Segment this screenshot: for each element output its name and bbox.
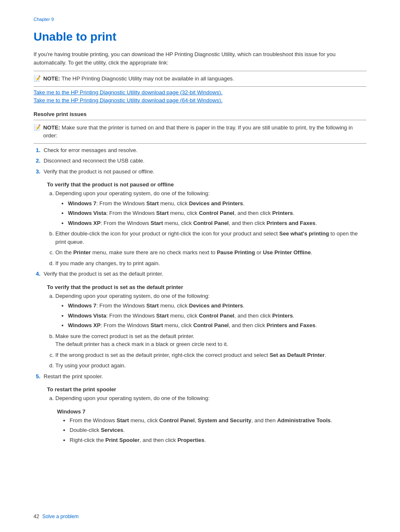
divider-1 <box>34 71 366 71</box>
verify-default-list: Depending upon your operating system, do… <box>55 292 366 370</box>
link-64bit[interactable]: Take me to the HP Printing Diagnostic Ut… <box>34 97 366 103</box>
resolve-section-heading: Resolve print issues <box>34 111 366 117</box>
verify-offline-heading: To verify that the product is not paused… <box>47 181 366 188</box>
note-prefix-1: NOTE: <box>43 75 60 82</box>
divider-2 <box>34 86 366 87</box>
restart-spooler-heading: To restart the print spooler <box>47 386 366 393</box>
step5-list: Restart the print spooler. <box>42 372 366 381</box>
winvista-item-1: Windows Vista: From the Windows Start me… <box>68 209 366 217</box>
verify-offline-step-d: If you made any changes, try to print ag… <box>55 259 366 268</box>
windows-list-1: Windows 7: From the Windows Start menu, … <box>68 199 366 227</box>
note-body-1: The HP Printing Diagnostic Utility may n… <box>60 75 234 82</box>
note-icon-1: 📝 <box>34 75 41 82</box>
note-box-1: 📝 NOTE: The HP Printing Diagnostic Utili… <box>34 75 366 83</box>
link-32bit[interactable]: Take me to the HP Printing Diagnostic Ut… <box>34 89 366 96</box>
verify-offline-step-c: On the Printer menu, make sure there are… <box>55 248 366 257</box>
chapter-label: Chapter 9 <box>34 17 366 22</box>
verify-offline-list: Depending upon your operating system, do… <box>55 189 366 267</box>
footer: 42 Solve a problem <box>34 514 78 519</box>
restart-spooler-list: Depending upon your operating system, do… <box>55 394 366 403</box>
note-text-2: NOTE: Make sure that the printer is turn… <box>43 124 366 140</box>
verify-default-heading: To verify that the product is set as the… <box>47 284 366 290</box>
note-text-1: NOTE: The HP Printing Diagnostic Utility… <box>43 75 234 83</box>
note2-body: Make sure that the printer is turned on … <box>43 124 353 139</box>
page-title: Unable to print <box>34 30 366 44</box>
page: Chapter 9 Unable to print If you're havi… <box>0 0 400 471</box>
windows-list-2: Windows 7: From the Windows Start menu, … <box>68 302 366 330</box>
intro-text: If you're having trouble printing, you c… <box>34 50 366 67</box>
restart-spooler-step-a: Depending upon your operating system, do… <box>55 394 366 403</box>
verify-default-step-c: If the wrong product is set as the defau… <box>55 351 366 359</box>
main-steps-list: Check for error messages and resolve. Di… <box>42 146 366 176</box>
step-3: Verify that the product is not paused or… <box>42 168 366 176</box>
verify-offline-step-a: Depending upon your operating system, do… <box>55 189 366 227</box>
winvista-item-2: Windows Vista: From the Windows Start me… <box>68 312 366 320</box>
windows7-heading: Windows 7 <box>57 408 366 415</box>
windows7-bullets: From the Windows Start menu, click Contr… <box>70 416 366 444</box>
verify-default-step-a: Depending upon your operating system, do… <box>55 292 366 330</box>
divider-4 <box>34 143 366 144</box>
step-1: Check for error messages and resolve. <box>42 146 366 155</box>
divider-3 <box>34 120 366 120</box>
note-box-2: 📝 NOTE: Make sure that the printer is tu… <box>34 124 366 140</box>
win7-item-2: Windows 7: From the Windows Start menu, … <box>68 302 366 310</box>
note2-prefix: NOTE: <box>43 124 60 131</box>
verify-default-step-d: Try using your product again. <box>55 362 366 370</box>
step-4: Verify that the product is set as the de… <box>42 270 366 278</box>
win7-item-1: Windows 7: From the Windows Start menu, … <box>68 199 366 208</box>
windows7-bullet-3: Right-click the Print Spooler, and then … <box>70 436 366 444</box>
step4-list: Verify that the product is set as the de… <box>42 270 366 278</box>
verify-default-step-b: Make sure the correct product is set as … <box>55 332 366 349</box>
step-2: Disconnect and reconnect the USB cable. <box>42 157 366 165</box>
winxp-item-2: Windows XP: From the Windows Start menu,… <box>68 321 366 330</box>
step-5: Restart the print spooler. <box>42 372 366 381</box>
footer-section-label: Solve a problem <box>42 514 79 519</box>
verify-offline-step-b: Either double-click the icon for your pr… <box>55 230 366 246</box>
footer-page-number: 42 <box>34 514 39 519</box>
note-icon-2: 📝 <box>34 124 41 131</box>
windows7-bullet-1: From the Windows Start menu, click Contr… <box>70 416 366 425</box>
windows7-bullet-2: Double-click Services. <box>70 426 366 434</box>
winxp-item-1: Windows XP: From the Windows Start menu,… <box>68 219 366 227</box>
